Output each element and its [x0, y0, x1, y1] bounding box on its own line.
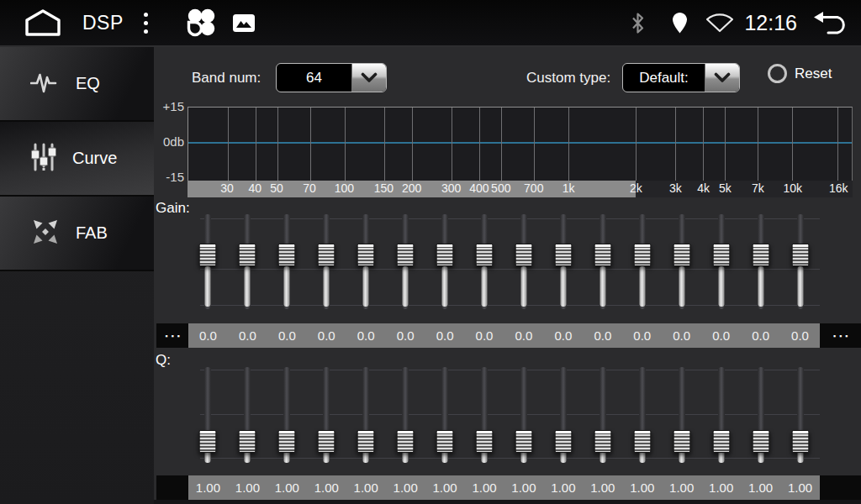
- gain-more-right-button[interactable]: ▪▪▪: [820, 323, 861, 348]
- sidebar-item-fab[interactable]: FAB: [0, 197, 154, 271]
- sidebar-item-eq[interactable]: EQ: [0, 47, 154, 122]
- gallery-icon[interactable]: [232, 13, 256, 33]
- slider-thumb[interactable]: [554, 430, 572, 453]
- slider-thumb[interactable]: [357, 430, 375, 453]
- slider-thumb[interactable]: [239, 430, 256, 453]
- gain-value: 0.0: [583, 323, 622, 348]
- grid-line: [568, 108, 569, 181]
- chevron-down-icon[interactable]: [351, 64, 386, 92]
- q-value: 1.00: [780, 475, 820, 500]
- slider-thumb[interactable]: [712, 244, 730, 266]
- slider-thumb[interactable]: [712, 430, 730, 453]
- chevron-down-icon[interactable]: [705, 64, 739, 92]
- grid-line: [703, 108, 704, 181]
- q-value: 1.00: [465, 475, 504, 500]
- q-slider: [188, 361, 228, 475]
- gain-more-left-button[interactable]: ▪▪▪: [156, 323, 188, 348]
- slider-thumb[interactable]: [791, 244, 809, 266]
- slider-thumb[interactable]: [515, 244, 532, 266]
- kebab-menu-icon[interactable]: [140, 9, 151, 37]
- sidebar-item-curve[interactable]: Curve: [0, 122, 154, 197]
- slider-thumb[interactable]: [752, 430, 769, 453]
- slider-fill: [679, 266, 684, 307]
- slider-thumb[interactable]: [397, 430, 415, 453]
- slider-thumb[interactable]: [436, 430, 454, 453]
- slider-thumb[interactable]: [594, 244, 611, 266]
- band-num-value: 64: [277, 64, 351, 92]
- sidebar-item-label: FAB: [76, 223, 108, 243]
- gain-value: 0.0: [267, 323, 307, 348]
- gain-slider: [543, 210, 583, 319]
- reset-radio-icon[interactable]: [768, 64, 787, 83]
- slider-thumb[interactable]: [673, 244, 690, 266]
- q-value: 1.00: [267, 475, 307, 500]
- gain-slider: [188, 210, 228, 319]
- slider-fill: [520, 266, 526, 307]
- slider-thumb[interactable]: [199, 244, 217, 266]
- slider-fill: [560, 266, 566, 307]
- slider-thumb[interactable]: [515, 430, 532, 453]
- gain-value: 0.0: [307, 323, 346, 348]
- grid-line: [452, 108, 452, 181]
- slider-thumb[interactable]: [673, 430, 690, 453]
- grid-line: [501, 108, 502, 181]
- apps-clover-icon[interactable]: [183, 5, 219, 40]
- band-num-dropdown[interactable]: 64: [276, 63, 387, 92]
- slider-thumb[interactable]: [318, 244, 335, 266]
- slider-thumb[interactable]: [752, 244, 769, 266]
- reset-label: Reset: [795, 66, 832, 82]
- home-icon[interactable]: [24, 8, 62, 37]
- freq-tick-label: 100: [335, 181, 354, 195]
- gain-slider: [622, 210, 662, 319]
- freq-tick-label: 1k: [563, 181, 575, 195]
- gain-value: 0.0: [701, 323, 741, 348]
- gain-slider: [583, 210, 622, 319]
- back-icon[interactable]: [812, 10, 849, 35]
- slider-thumb[interactable]: [278, 244, 296, 266]
- grid-line: [534, 108, 535, 181]
- slider-thumb[interactable]: [791, 430, 809, 453]
- slider-fill: [363, 266, 369, 307]
- q-value: 1.00: [386, 475, 425, 500]
- eq-plot: [188, 107, 853, 181]
- slider-thumb[interactable]: [357, 244, 375, 266]
- q-value: 1.00: [307, 475, 346, 500]
- slider-thumb[interactable]: [594, 430, 611, 453]
- q-slider: [780, 361, 820, 475]
- freq-tick-label: 5k: [719, 181, 732, 195]
- grid-line: [228, 108, 229, 181]
- q-value: 1.00: [741, 475, 780, 500]
- custom-type-dropdown[interactable]: Default:: [622, 63, 740, 92]
- slider-thumb[interactable]: [239, 244, 256, 266]
- slider-thumb[interactable]: [278, 430, 296, 453]
- slider-thumb[interactable]: [436, 244, 454, 266]
- slider-thumb[interactable]: [476, 244, 494, 266]
- slider-thumb[interactable]: [633, 244, 651, 266]
- slider-fill: [245, 266, 251, 307]
- slider-thumb[interactable]: [476, 430, 494, 453]
- gain-values: 0.00.00.00.00.00.00.00.00.00.00.00.00.00…: [188, 323, 820, 348]
- grid-line: [837, 108, 838, 181]
- slider-thumb[interactable]: [554, 244, 572, 266]
- band-num-label: Band num:: [192, 70, 261, 87]
- freq-tick-label: 30: [220, 181, 234, 195]
- q-slider: [662, 361, 701, 475]
- reset-button[interactable]: Reset: [768, 64, 832, 83]
- slider-fill: [600, 266, 605, 307]
- gain-slider: [267, 210, 307, 319]
- gain-value: 0.0: [425, 323, 465, 348]
- gain-slider: [701, 210, 741, 319]
- freq-tick-label: 7k: [752, 181, 764, 195]
- q-value: 1.00: [543, 475, 583, 500]
- slider-thumb[interactable]: [633, 430, 651, 453]
- q-slider: [465, 361, 504, 475]
- q-value: 1.00: [346, 475, 386, 500]
- bottom-strip: [154, 500, 861, 504]
- gain-slider: [504, 210, 544, 319]
- slider-thumb[interactable]: [318, 430, 335, 453]
- slider-thumb[interactable]: [397, 244, 415, 266]
- gain-value: 0.0: [386, 323, 425, 348]
- slider-fill: [284, 266, 290, 307]
- freq-tick-label: 10k: [783, 181, 802, 195]
- slider-thumb[interactable]: [199, 430, 217, 453]
